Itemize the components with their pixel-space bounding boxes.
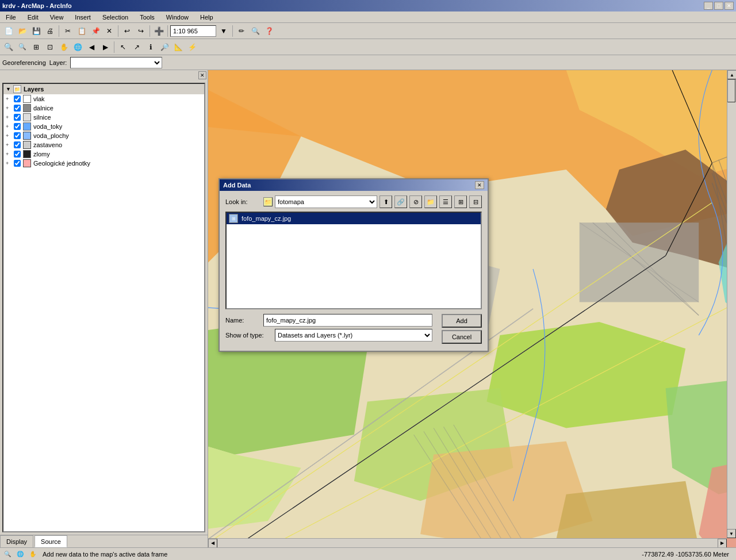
label-voda-toky: voda_toky xyxy=(33,123,62,130)
menu-selection[interactable]: Selection xyxy=(99,13,132,22)
menu-help[interactable]: Help xyxy=(197,13,217,22)
nav-up-button[interactable]: ⬆ xyxy=(379,195,392,208)
expand-zlomy[interactable]: + xyxy=(6,151,12,157)
zoom-layer-btn[interactable]: ⊡ xyxy=(44,41,56,53)
toc-expand-icon[interactable]: ▼ xyxy=(6,86,11,92)
forward-btn[interactable]: ▶ xyxy=(99,41,112,53)
checkbox-voda-toky[interactable] xyxy=(14,123,21,130)
scroll-left-arrow[interactable]: ◀ xyxy=(208,539,217,548)
expand-silnice[interactable]: + xyxy=(6,114,12,120)
expand-zastaveno[interactable]: + xyxy=(6,142,12,148)
menu-view[interactable]: View xyxy=(47,13,67,22)
checkbox-zlomy[interactable] xyxy=(14,151,21,158)
label-vlak: vlak xyxy=(33,95,45,102)
name-row: Name: xyxy=(225,314,432,327)
new-button[interactable]: 📄 xyxy=(2,25,15,37)
toc-close-button[interactable]: ✕ xyxy=(198,71,206,79)
separator-t2 xyxy=(114,41,114,53)
identify-btn[interactable]: ℹ xyxy=(144,41,157,53)
georef-toolbar: Georeferencing Layer: xyxy=(0,55,736,70)
file-list[interactable]: ⊞ fofo_mapy_cz.jpg xyxy=(225,212,482,309)
type-select[interactable]: Datasets and Layers (*.lyr) xyxy=(275,329,432,342)
minimize-button[interactable]: _ xyxy=(704,2,713,10)
magnify-tool[interactable]: 🔍 xyxy=(249,25,262,37)
scroll-up-arrow[interactable]: ▲ xyxy=(727,70,736,79)
print-button[interactable]: 🖨 xyxy=(44,25,56,37)
help-tool[interactable]: ❓ xyxy=(263,25,275,37)
menu-edit[interactable]: Edit xyxy=(24,13,42,22)
save-button[interactable]: 💾 xyxy=(30,25,43,37)
zoom-in-btn[interactable]: 🔍 xyxy=(2,41,15,53)
menu-insert[interactable]: Insert xyxy=(71,13,94,22)
status-layer-icon[interactable]: 🌐 xyxy=(15,549,25,559)
expand-geo-jednotky[interactable]: + xyxy=(6,160,12,166)
checkbox-zastaveno[interactable] xyxy=(14,141,21,148)
expand-dalnice[interactable]: + xyxy=(6,105,12,111)
measure-btn[interactable]: 📐 xyxy=(172,41,185,53)
layer-select[interactable] xyxy=(70,57,162,68)
new-folder-button[interactable]: 📁 xyxy=(424,195,437,208)
zoom-extent-btn[interactable]: ⊞ xyxy=(30,41,43,53)
back-btn[interactable]: ◀ xyxy=(85,41,98,53)
scale-input[interactable]: 1:10 965 xyxy=(170,25,216,37)
view-details-button[interactable]: ⊞ xyxy=(454,195,467,208)
tab-display[interactable]: Display xyxy=(0,535,33,547)
delete-button[interactable]: ✕ xyxy=(103,25,116,37)
connect-folder-button[interactable]: 🔗 xyxy=(394,195,407,208)
copy-button[interactable]: 📋 xyxy=(75,25,88,37)
expand-voda-toky[interactable]: + xyxy=(6,124,12,129)
checkbox-geo-jednotky[interactable] xyxy=(14,160,21,167)
add-data-button[interactable]: ➕ xyxy=(152,25,165,37)
lookin-select[interactable]: fotomapa xyxy=(275,195,377,208)
expand-vlak[interactable]: + xyxy=(6,96,12,102)
menu-file[interactable]: File xyxy=(2,13,20,22)
scale-dropdown[interactable]: ▼ xyxy=(217,25,230,37)
undo-button[interactable]: ↩ xyxy=(121,25,133,37)
expand-voda-plochy[interactable]: + xyxy=(6,133,12,139)
georef-label[interactable]: Georeferencing xyxy=(2,59,46,66)
edit-tool[interactable]: ✏ xyxy=(235,25,248,37)
main-toolbar: 📄 📂 💾 🖨 ✂ 📋 📌 ✕ ↩ ↪ ➕ 1:10 965 ▼ ✏ 🔍 ❓ xyxy=(0,23,736,39)
map-tools-icons: 🔍 🌐 ✋ xyxy=(2,549,38,559)
checkbox-voda-plochy[interactable] xyxy=(14,132,21,139)
maximize-button[interactable]: □ xyxy=(714,2,723,10)
close-button[interactable]: ✕ xyxy=(724,2,734,10)
dialog-close-button[interactable]: ✕ xyxy=(475,181,484,189)
checkbox-silnice[interactable] xyxy=(14,114,21,121)
name-input[interactable] xyxy=(263,314,432,327)
scroll-thumb-vertical[interactable] xyxy=(727,79,735,102)
map-scrollbar-vertical[interactable]: ▲ ▼ xyxy=(727,70,736,538)
checkbox-vlak[interactable] xyxy=(14,95,21,102)
disconnect-folder-button[interactable]: ⊘ xyxy=(409,195,422,208)
checkbox-dalnice[interactable] xyxy=(14,105,21,112)
find-btn[interactable]: 🔎 xyxy=(158,41,171,53)
cancel-button[interactable]: Cancel xyxy=(442,330,482,344)
scroll-right-arrow[interactable]: ▶ xyxy=(718,539,727,548)
status-pan-icon[interactable]: ✋ xyxy=(28,549,38,559)
select-btn[interactable]: ↖ xyxy=(117,41,129,53)
tab-source[interactable]: Source xyxy=(34,535,67,547)
lookin-label: Look in: xyxy=(225,198,260,205)
status-zoom-icon[interactable]: 🔍 xyxy=(2,549,13,559)
map-scrollbar-horizontal[interactable]: ◀ ▶ xyxy=(208,538,727,547)
globe-btn[interactable]: 🌐 xyxy=(71,41,84,53)
cut-button[interactable]: ✂ xyxy=(62,25,74,37)
zoom-out-btn[interactable]: 🔍 xyxy=(16,41,29,53)
paste-button[interactable]: 📌 xyxy=(89,25,102,37)
pan-btn[interactable]: ✋ xyxy=(57,41,70,53)
file-item-fofo[interactable]: ⊞ fofo_mapy_cz.jpg xyxy=(227,213,481,224)
view-thumbnails-button[interactable]: ⊟ xyxy=(469,195,482,208)
label-geo-jednotky: Geologické jednotky xyxy=(33,160,90,167)
hyperlink-btn[interactable]: ⚡ xyxy=(186,41,198,53)
icon-zastaveno xyxy=(23,141,31,149)
select2-btn[interactable]: ↗ xyxy=(131,41,143,53)
view-list-button[interactable]: ☰ xyxy=(439,195,452,208)
menu-window[interactable]: Window xyxy=(163,13,192,22)
add-button[interactable]: Add xyxy=(442,314,482,328)
menu-tools[interactable]: Tools xyxy=(136,13,158,22)
label-dalnice: dalnice xyxy=(33,105,53,112)
folder-icon: 📁 xyxy=(263,197,273,206)
redo-button[interactable]: ↪ xyxy=(135,25,147,37)
open-button[interactable]: 📂 xyxy=(16,25,29,37)
scroll-down-arrow[interactable]: ▼ xyxy=(727,529,736,538)
